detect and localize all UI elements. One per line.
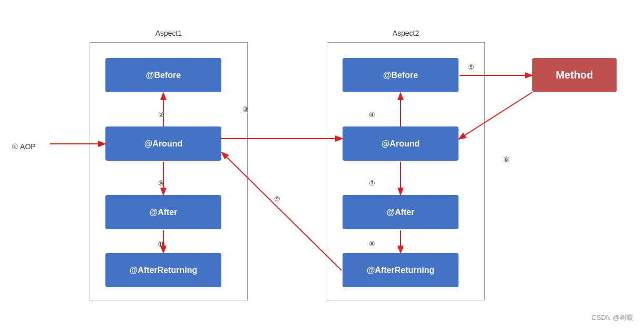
step2-label: ② [158, 111, 164, 119]
aspect1-label: Aspect1 [90, 29, 248, 37]
a2-before-box: @Before [343, 58, 458, 92]
step8-label: ⑧ [369, 240, 375, 248]
aop-entry-label: ① AOP [12, 142, 36, 151]
a1-after-box: @After [105, 195, 221, 229]
step9-label: ⑨ [274, 195, 280, 203]
diagram-container: Aspect1 Aspect2 ① AOP @Before @Around @A… [0, 0, 644, 332]
a2-around-box: @Around [343, 126, 458, 161]
step6-label: ⑥ [503, 155, 510, 163]
a2-after-box: @After [343, 195, 458, 229]
a2-afterreturning-box: @AfterReturning [343, 253, 458, 287]
a1-before-box: @Before [105, 58, 221, 92]
step7-label: ⑦ [369, 179, 375, 187]
step3-label: ③ [242, 105, 249, 113]
step10-label: ⑩ [158, 179, 164, 187]
watermark: CSDN @树暖 [591, 313, 633, 323]
a1-afterreturning-box: @AfterReturning [105, 253, 221, 287]
step4-label: ④ [369, 111, 375, 119]
method-box: Method [532, 58, 617, 92]
aspect2-label: Aspect2 [327, 29, 485, 37]
step11-label: ⑪ [158, 240, 165, 249]
step5-label: ⑤ [468, 63, 474, 71]
a1-around-box: @Around [105, 126, 221, 161]
